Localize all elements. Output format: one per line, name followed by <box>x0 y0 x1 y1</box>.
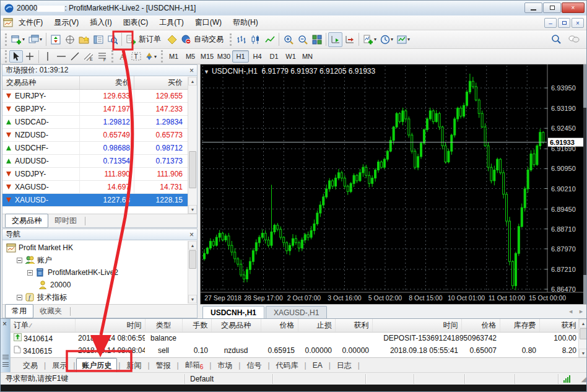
vertical-line-button[interactable] <box>41 50 54 63</box>
timeframe-m1-button[interactable]: M1 <box>165 50 182 63</box>
data-window-button[interactable] <box>63 32 77 47</box>
profiles-button[interactable]: ▾ <box>27 32 44 47</box>
market-watch-row-xauusd[interactable]: XAUUSD-1227.681228.15 <box>2 194 197 207</box>
chevron-down-icon[interactable]: ▾ <box>154 54 157 59</box>
history-row-balance[interactable]: 34106142018.09.14 08:06:59balanceDEPOSIT… <box>11 332 580 344</box>
chart-shift-button[interactable] <box>342 32 357 47</box>
navigator-item-3[interactable]: 20000 <box>2 279 197 291</box>
text-button[interactable]: A <box>116 50 129 63</box>
market-watch-row-nzdusd[interactable]: NZDUSD-0.657490.65773 <box>2 129 197 142</box>
navigator-item-4[interactable]: f技术指标 <box>2 291 197 303</box>
crosshair-button[interactable] <box>23 50 37 63</box>
navigator-tab-0[interactable]: 常用 <box>5 304 33 318</box>
close-icon[interactable]: × <box>189 232 194 238</box>
close-button[interactable]: × <box>562 2 585 13</box>
market-watch-row-usdcad[interactable]: USDCAD-1.298121.29834 <box>2 116 197 129</box>
candlestick-chart-button[interactable] <box>248 32 263 47</box>
terminal-column-7[interactable]: 获利 <box>335 319 372 332</box>
chart-tab-1[interactable]: XAGUSD-,H1 <box>266 306 327 318</box>
minimize-button[interactable] <box>524 2 542 13</box>
timeframe-h4-button[interactable]: H4 <box>249 50 266 63</box>
market-watch-row-audusd[interactable]: AUDUSD-0.713540.71373 <box>2 155 197 168</box>
market-watch-scrollbar[interactable]: ▲ ▼ <box>188 77 197 214</box>
menu-item-1[interactable]: 显示(V) <box>48 15 84 30</box>
zoom-out-button[interactable] <box>295 32 310 47</box>
zoom-in-button[interactable] <box>281 32 295 47</box>
menu-item-2[interactable]: 插入(I) <box>84 15 117 30</box>
menu-item-0[interactable]: 文件(F) <box>13 15 48 30</box>
collapse-icon[interactable] <box>17 258 22 263</box>
timeframe-m15-button[interactable]: M15 <box>199 50 215 63</box>
market-watch-tab-0[interactable]: 交易品种 <box>5 214 48 228</box>
terminal-column-6[interactable]: 止损 <box>298 319 335 332</box>
column-symbol[interactable]: 交易品种 <box>2 77 79 88</box>
terminal-column-9[interactable]: 价格 <box>461 319 500 332</box>
terminal-column-11[interactable]: 获利 <box>539 319 580 332</box>
menu-item-4[interactable]: 工具(T) <box>154 15 189 30</box>
terminal-column-1[interactable]: 时间 <box>75 319 145 332</box>
terminal-tab-3[interactable]: 新闻 <box>121 359 146 373</box>
fibonacci-button[interactable]: F <box>95 50 109 63</box>
mdi-restore-button[interactable] <box>558 18 570 28</box>
menu-item-3[interactable]: 图表(C) <box>118 15 154 30</box>
market-watch-row-xagusd[interactable]: XAGUSD-14.69714.731 <box>2 181 197 194</box>
market-watch-row-eurjpy[interactable]: EURJPY-129.633129.655 <box>2 90 197 103</box>
timeframe-m5-button[interactable]: M5 <box>182 50 199 63</box>
resize-grip[interactable]: ◢ <box>581 375 586 383</box>
line-chart-button[interactable] <box>263 32 277 47</box>
timeframe-h1-button[interactable]: H1 <box>232 50 249 63</box>
chevron-down-icon[interactable]: ▾ <box>374 37 376 42</box>
trendline-button[interactable] <box>68 50 82 63</box>
horizontal-line-button[interactable] <box>54 50 68 63</box>
terminal-tab-1[interactable]: 展示 <box>47 359 72 373</box>
terminal-tab-2[interactable]: 账户历史 <box>76 358 117 373</box>
terminal-column-10[interactable]: 库存费 <box>500 319 539 332</box>
search-button[interactable] <box>549 32 563 46</box>
navigator-tab-1[interactable]: 收藏夹 <box>33 305 68 318</box>
close-icon[interactable]: × <box>2 320 7 328</box>
navigator-item-0[interactable]: Profit Market HK <box>2 242 197 254</box>
chat-button[interactable] <box>567 32 581 46</box>
terminal-button[interactable] <box>91 32 105 47</box>
terminal-tab-4[interactable]: 警报 <box>151 359 176 373</box>
tile-windows-button[interactable] <box>310 32 324 47</box>
auto-scroll-button[interactable] <box>328 32 342 47</box>
terminal-tab-5[interactable]: 邮箱6 <box>180 358 209 372</box>
terminal-column-5[interactable]: 价格 <box>261 319 298 332</box>
terminal-tab-8[interactable]: 代码库 <box>271 359 303 373</box>
equidistant-channel-button[interactable]: E <box>82 50 95 63</box>
periods-button[interactable]: ▾ <box>378 32 395 47</box>
timeframe-mn-button[interactable]: MN <box>299 50 316 63</box>
tab-scroll-left-icon[interactable]: ◄ <box>568 308 573 315</box>
navigator-button[interactable] <box>77 32 91 47</box>
terminal-column-3[interactable]: 手数 <box>182 319 211 332</box>
indicators-button[interactable]: ▾ <box>361 32 378 47</box>
toolbar-drag-handle[interactable] <box>161 50 163 63</box>
menu-item-5[interactable]: 窗口(W) <box>189 15 227 30</box>
auto-trading-button[interactable]: 自动交易 <box>179 32 227 47</box>
timeframe-m30-button[interactable]: M30 <box>215 50 232 63</box>
mdi-minimize-button[interactable]: – <box>544 18 557 28</box>
chevron-down-icon[interactable]: ▾ <box>407 37 410 42</box>
navigator-item-1[interactable]: 账户 <box>2 254 197 266</box>
toolbar-drag-handle[interactable] <box>5 33 7 46</box>
mdi-close-button[interactable]: × <box>572 18 584 28</box>
terminal-column-4[interactable]: 交易品种 <box>211 319 261 332</box>
chart-tab-0[interactable]: USDCNH-,H1 <box>202 306 264 318</box>
chevron-down-icon[interactable]: ▾ <box>40 37 42 42</box>
arrow-tools-button[interactable]: ▾ <box>143 50 159 63</box>
restore-button[interactable] <box>543 2 561 13</box>
terminal-column-0[interactable]: 订单 ∕ <box>11 319 75 332</box>
new-order-button[interactable]: 新订单 <box>124 32 165 47</box>
market-watch-row-usdchf[interactable]: USDCHF-0.986880.98712 <box>2 142 197 155</box>
timeframe-w1-button[interactable]: W1 <box>282 50 299 63</box>
terminal-column-2[interactable]: 类型 <box>145 319 182 332</box>
terminal-scrollbar[interactable]: ▲ ▼ <box>578 319 587 357</box>
terminal-tab-7[interactable]: 信号 <box>241 359 266 373</box>
terminal-column-8[interactable]: 时间 <box>372 319 461 332</box>
history-row-order[interactable]: 34106152018.09.14 08:08:04sell0.10nzdusd… <box>11 344 580 357</box>
tab-scroll-right-icon[interactable]: ► <box>578 308 584 315</box>
metaeditor-button[interactable] <box>165 32 179 47</box>
timeframe-d1-button[interactable]: D1 <box>266 50 282 63</box>
close-icon[interactable]: × <box>189 68 194 74</box>
